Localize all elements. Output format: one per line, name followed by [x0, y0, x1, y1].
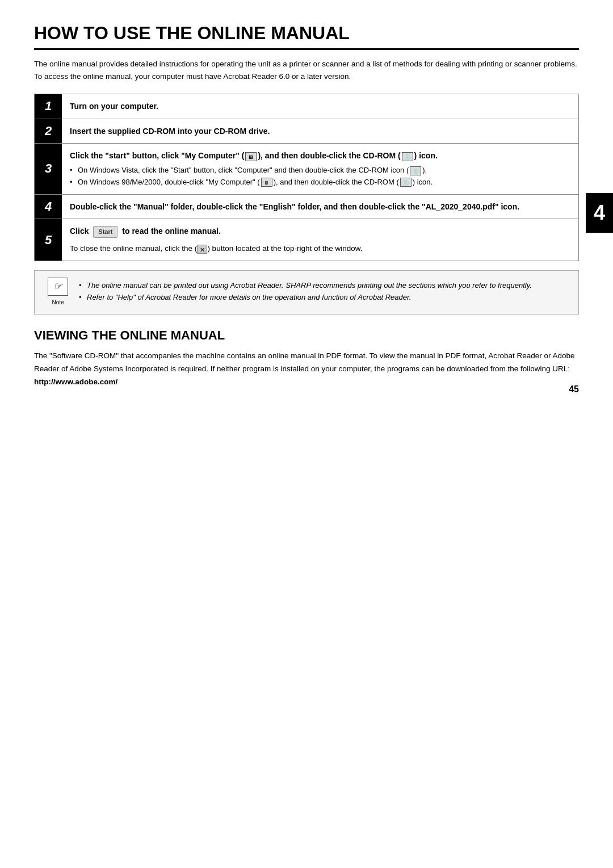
note-bullets: The online manual can be printed out usi… [79, 280, 570, 304]
side-tab-number: 4 [594, 201, 605, 225]
step-3-content: Click the "start" button, click "My Comp… [62, 144, 578, 194]
note-box: ☞ Note The online manual can be printed … [34, 270, 579, 315]
step-3-bullet-2: On Windows 98/Me/2000, double-click "My … [70, 177, 570, 188]
intro-line-1: The online manual provides detailed inst… [34, 58, 579, 70]
step-1-number: 1 [35, 94, 62, 119]
close-x-icon: ✕ [197, 245, 207, 254]
note-icon-area: ☞ Note [43, 278, 73, 307]
step-3-bullet-1: On Windows Vista, click the "Start" butt… [70, 165, 570, 177]
step-5-content: Click Start to read the online manual. T… [62, 219, 578, 261]
note-icon: ☞ [48, 278, 68, 296]
step-5-suffix: to read the online manual. [122, 227, 220, 236]
page-number: 45 [569, 384, 579, 395]
step-4-row: 4 Double-click the "Manual" folder, doub… [35, 195, 578, 220]
step-4-content: Double-click the "Manual" folder, double… [62, 195, 578, 219]
mycomputer-icon-old: 🖥 [261, 178, 272, 187]
intro-text: The online manual provides detailed inst… [34, 58, 579, 82]
step-5-sub: To close the online manual, click the (✕… [70, 242, 570, 255]
page-container: 4 HOW TO USE THE ONLINE MANUAL The onlin… [0, 0, 613, 412]
note-bullet-1: The online manual can be printed out usi… [79, 280, 570, 292]
section2-paragraph: The "Software CD-ROM" that accompanies t… [34, 350, 579, 376]
step-1-content: Turn on your computer. [62, 94, 578, 119]
step-3-row: 3 Click the "start" button, click "My Co… [35, 144, 578, 194]
cdrom-icon-vista: 💿 [410, 166, 421, 175]
main-title: HOW TO USE THE ONLINE MANUAL [34, 23, 579, 50]
note-label: Note [52, 298, 64, 307]
my-computer-icon: ⊞ [245, 152, 257, 161]
section2-title: VIEWING THE ONLINE MANUAL [34, 328, 579, 343]
cdrom-icon-old: 💿 [400, 178, 412, 187]
step-5-prefix: Click [70, 227, 89, 236]
step-5-main: Click Start to read the online manual. [70, 227, 221, 236]
note-content: The online manual can be printed out usi… [79, 278, 570, 304]
step-4-main: Double-click the "Manual" folder, double… [70, 202, 519, 211]
step-4-number: 4 [35, 195, 62, 219]
section2-url: http://www.adobe.com/ [34, 378, 117, 386]
step-2-number: 2 [35, 119, 62, 144]
start-button-image: Start [93, 226, 117, 238]
step-3-main: Click the "start" button, click "My Comp… [70, 151, 438, 160]
step-2-content: Insert the supplied CD-ROM into your CD-… [62, 119, 578, 144]
section2-text: The "Software CD-ROM" that accompanies t… [34, 350, 579, 389]
step-5-row: 5 Click Start to read the online manual.… [35, 219, 578, 261]
step-2-main: Insert the supplied CD-ROM into your CD-… [70, 127, 270, 136]
step-5-number: 5 [35, 219, 62, 261]
cdrom-icon-1: 💿 [402, 152, 413, 161]
intro-line-2: To access the online manual, your comput… [34, 70, 579, 83]
steps-container: 1 Turn on your computer. 2 Insert the su… [34, 94, 579, 261]
step-3-number: 3 [35, 144, 62, 194]
step-1-main: Turn on your computer. [70, 102, 158, 111]
side-tab: 4 [586, 193, 613, 233]
step-3-bullets: On Windows Vista, click the "Start" butt… [70, 165, 570, 188]
note-bullet-2: Refer to "Help" of Acrobat Reader for mo… [79, 292, 570, 304]
step-2-row: 2 Insert the supplied CD-ROM into your C… [35, 119, 578, 144]
step-1-row: 1 Turn on your computer. [35, 94, 578, 119]
